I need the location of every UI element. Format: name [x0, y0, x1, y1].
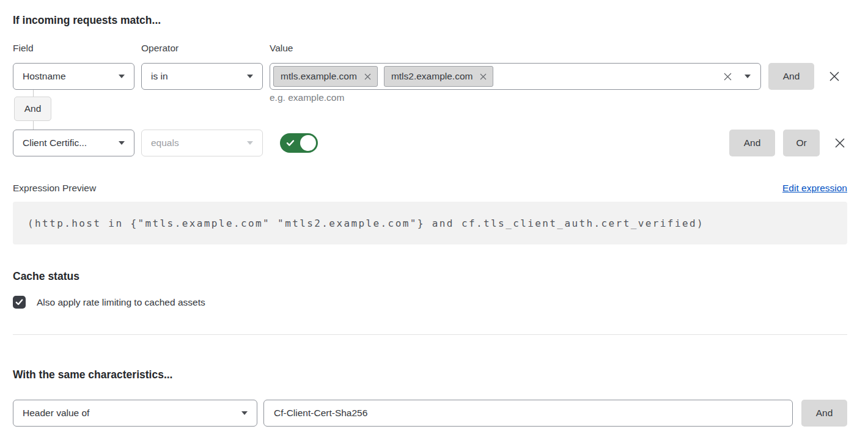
expression-header: Expression Preview Edit expression — [13, 183, 847, 194]
section-divider — [13, 334, 847, 335]
operator-placeholder: equals — [151, 138, 179, 148]
characteristic-select-value: Header value of — [23, 408, 89, 419]
characteristics-row: Header value of And — [13, 400, 847, 427]
operator-label: Operator — [141, 43, 263, 54]
match-section-title: If incoming requests match... — [13, 13, 847, 27]
operator-select-disabled: equals — [141, 130, 263, 156]
cache-checkbox-label: Also apply rate limiting to cached asset… — [37, 297, 205, 308]
field-select-value: Client Certific... — [23, 138, 87, 148]
field-select-value: Hostname — [23, 71, 66, 82]
chevron-down-icon[interactable] — [745, 75, 751, 78]
or-button[interactable]: Or — [783, 130, 820, 156]
header-name-input[interactable] — [263, 400, 793, 427]
connector-line — [33, 121, 34, 130]
tag-text: mtls2.example.com — [391, 71, 473, 82]
characteristic-select[interactable]: Header value of — [13, 400, 257, 427]
column-labels: Field Operator Value — [13, 43, 847, 54]
value-multiselect[interactable]: mtls.example.com mtls2.example.com — [270, 63, 761, 90]
remove-tag-icon[interactable] — [480, 73, 487, 80]
connector-and-button[interactable]: And — [14, 97, 51, 121]
cache-checkbox-row: Also apply rate limiting to cached asset… — [13, 296, 847, 309]
cache-checkbox[interactable] — [13, 296, 26, 309]
expression-code-block: (http.host in {"mtls.example.com" "mtls2… — [13, 202, 847, 244]
chevron-down-icon — [119, 75, 125, 78]
value-helper-text: e.g. example.com — [270, 92, 344, 103]
chevron-down-icon — [119, 141, 125, 145]
check-icon — [15, 298, 23, 306]
chevron-down-icon — [241, 411, 248, 415]
check-icon — [286, 139, 295, 150]
connector-zone: And e.g. example.com — [13, 90, 847, 130]
delete-condition-icon[interactable] — [833, 136, 847, 150]
expression-preview-label: Expression Preview — [13, 183, 96, 194]
chevron-down-icon — [247, 141, 253, 145]
characteristics-title: With the same characteristics... — [13, 368, 847, 381]
value-tag: mtls2.example.com — [384, 66, 494, 87]
value-label: Value — [270, 43, 293, 54]
expression-code: (http.host in {"mtls.example.com" "mtls2… — [28, 218, 704, 229]
value-box-controls — [723, 72, 751, 81]
condition-row-2: Client Certific... equals And Or — [13, 130, 847, 156]
field-select[interactable]: Client Certific... — [13, 130, 134, 156]
condition-row-1: Hostname is in mtls.example.com mtls2.ex… — [13, 63, 847, 90]
and-button[interactable]: And — [768, 63, 814, 90]
field-label: Field — [13, 43, 134, 54]
characteristics-and-button[interactable]: And — [801, 400, 847, 427]
operator-select-value: is in — [151, 71, 168, 82]
clear-values-icon[interactable] — [723, 72, 732, 81]
and-button[interactable]: And — [729, 130, 775, 156]
rule-builder: If incoming requests match... Field Oper… — [0, 0, 868, 427]
remove-tag-icon[interactable] — [364, 73, 371, 80]
cert-verified-toggle[interactable] — [280, 133, 318, 153]
row2-actions: And Or — [729, 130, 847, 156]
value-tag: mtls.example.com — [273, 66, 378, 87]
tag-text: mtls.example.com — [281, 71, 357, 82]
delete-condition-icon[interactable] — [827, 69, 842, 84]
field-select[interactable]: Hostname — [13, 63, 134, 90]
cache-status-title: Cache status — [13, 270, 847, 283]
edit-expression-link[interactable]: Edit expression — [782, 183, 847, 194]
toggle-knob — [300, 135, 316, 151]
operator-select[interactable]: is in — [141, 63, 263, 90]
chevron-down-icon — [247, 75, 253, 78]
connector-line — [33, 90, 34, 97]
